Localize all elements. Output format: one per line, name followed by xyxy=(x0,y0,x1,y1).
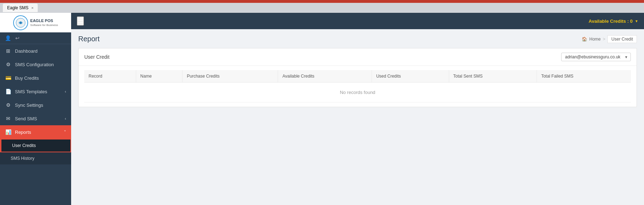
logout-icon[interactable]: ↩ xyxy=(15,35,20,41)
home-icon: 🏠 xyxy=(582,37,587,42)
sidebar-nav: ⊞ Dashboard ⚙ SMS Configuration 💳 Buy Cr… xyxy=(0,44,71,205)
available-credits-display: Available Credits : 0 ▼ xyxy=(589,19,638,24)
svg-point-1 xyxy=(20,22,22,24)
credits-chevron-icon: ▼ xyxy=(635,19,638,23)
col-total-failed-sms: Total Failed SMS xyxy=(537,70,631,83)
tab-label: Eagle SMS xyxy=(7,5,28,10)
logo-text: EAGLE POS xyxy=(30,19,58,23)
sidebar-item-sync-settings[interactable]: ⚙ Sync Settings xyxy=(0,98,71,112)
sidebar-item-label: Send SMS xyxy=(15,116,37,121)
sidebar-item-sms-history[interactable]: SMS History xyxy=(0,152,71,164)
card-header: User Credit adrian@ebusinessguru.co.uk xyxy=(79,48,637,66)
chevron-down-icon: ‹ xyxy=(65,116,66,121)
main-content: ☰ Available Credits : 0 ▼ Report 🏠 Home … xyxy=(71,13,644,205)
available-credits-label: Available Credits : 0 xyxy=(589,19,633,24)
sidebar-item-label: SMS Configuration xyxy=(15,62,54,67)
sidebar-logo: EAGLE POS Software for Business xyxy=(0,13,71,32)
col-available-credits: Available Credits xyxy=(278,70,372,83)
reports-icon: 📊 xyxy=(5,129,11,135)
sidebar-item-send-sms[interactable]: ✉ Send SMS ‹ xyxy=(0,112,71,125)
sidebar-user-bar: 👤 ↩ xyxy=(0,32,71,44)
eagle-pos-logo-icon xyxy=(16,18,26,28)
breadcrumb: 🏠 Home > User Credit xyxy=(582,35,637,43)
user-email-dropdown[interactable]: adrian@ebusinessguru.co.uk xyxy=(561,53,631,61)
table-body: No records found xyxy=(84,83,631,102)
sidebar-item-label: Buy Credits xyxy=(15,75,39,81)
sidebar-item-user-credits[interactable]: User Credits xyxy=(0,139,71,152)
col-purchase-credits: Purchase Credits xyxy=(182,70,278,83)
no-records-row: No records found xyxy=(84,83,631,102)
user-credits-table: Record Name Purchase Credits Available C… xyxy=(84,70,631,102)
sms-config-icon: ⚙ xyxy=(5,62,11,67)
sidebar-item-label: Dashboard xyxy=(15,48,38,54)
logo-subtext: Software for Business xyxy=(30,23,58,27)
main-header: ☰ Available Credits : 0 ▼ xyxy=(71,13,644,29)
page-title-bar: Report 🏠 Home > User Credit xyxy=(78,35,637,43)
table-header-row: Record Name Purchase Credits Available C… xyxy=(84,70,631,83)
table-wrapper: Record Name Purchase Credits Available C… xyxy=(79,66,637,107)
sidebar-item-buy-credits[interactable]: 💳 Buy Credits xyxy=(0,71,71,85)
col-record: Record xyxy=(84,70,136,83)
col-total-sent-sms: Total Sent SMS xyxy=(449,70,537,83)
chevron-down-icon: ‹ xyxy=(65,89,66,94)
sidebar-subitem-label: User Credits xyxy=(12,143,36,148)
dashboard-icon: ⊞ xyxy=(5,48,11,54)
user-credit-card: User Credit adrian@ebusinessguru.co.uk R… xyxy=(78,48,637,107)
col-used-credits: Used Credits xyxy=(372,70,449,83)
tab-bar: Eagle SMS × xyxy=(0,3,644,13)
browser-tab[interactable]: Eagle SMS × xyxy=(3,4,38,12)
sync-settings-icon: ⚙ xyxy=(5,102,11,108)
breadcrumb-current: User Credit xyxy=(607,35,637,43)
col-name: Name xyxy=(136,70,182,83)
sidebar-item-dashboard[interactable]: ⊞ Dashboard xyxy=(0,44,71,58)
sidebar-item-sms-configuration[interactable]: ⚙ SMS Configuration xyxy=(0,58,71,71)
user-dropdown-wrapper[interactable]: adrian@ebusinessguru.co.uk xyxy=(561,53,631,61)
hamburger-button[interactable]: ☰ xyxy=(77,16,84,26)
breadcrumb-home-link[interactable]: Home xyxy=(589,37,601,42)
sidebar: EAGLE POS Software for Business 👤 ↩ ⊞ Da… xyxy=(0,13,71,205)
no-records-message: No records found xyxy=(84,83,631,102)
card-title: User Credit xyxy=(84,54,110,60)
page-content: Report 🏠 Home > User Credit User Credit … xyxy=(71,29,644,205)
sidebar-item-label: Sync Settings xyxy=(15,102,43,108)
buy-credits-icon: 💳 xyxy=(5,75,11,81)
sidebar-item-label: Reports xyxy=(15,130,31,135)
sidebar-item-sms-templates[interactable]: 📄 SMS Templates ‹ xyxy=(0,85,71,98)
chevron-down-icon: ˅ xyxy=(64,130,66,135)
page-title: Report xyxy=(78,35,100,43)
user-profile-icon[interactable]: 👤 xyxy=(5,35,11,41)
sms-templates-icon: 📄 xyxy=(5,89,11,94)
send-sms-icon: ✉ xyxy=(5,116,11,121)
sidebar-item-reports[interactable]: 📊 Reports ˅ xyxy=(0,125,71,139)
sidebar-subitem-label: SMS History xyxy=(11,156,34,161)
sidebar-item-label: SMS Templates xyxy=(15,89,47,94)
tab-close-button[interactable]: × xyxy=(31,6,33,10)
breadcrumb-separator: > xyxy=(603,37,605,42)
